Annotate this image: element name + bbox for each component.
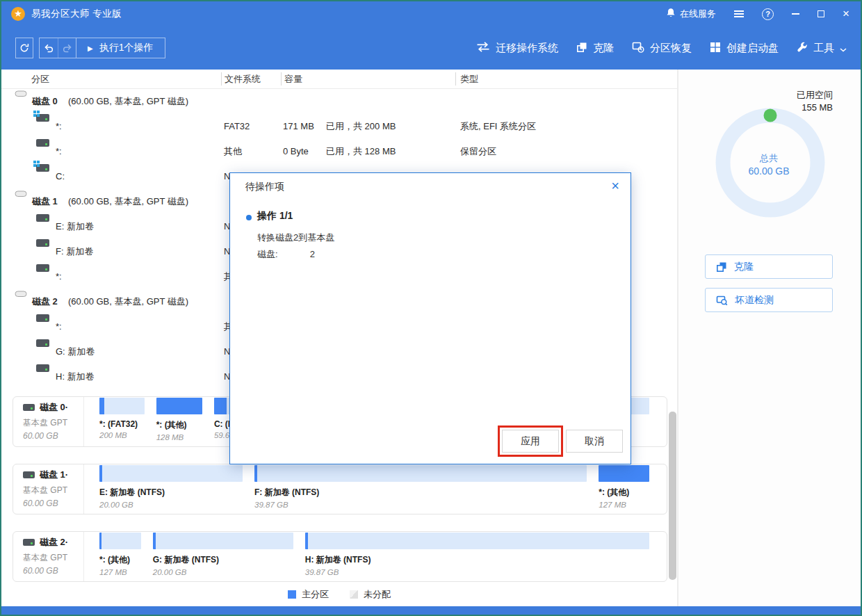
- disk-name: 磁盘 1: [32, 189, 58, 214]
- app-title: 易我分区大师 专业版: [31, 8, 122, 20]
- legend-item: 未分配: [350, 588, 391, 601]
- windows-badge-icon: [33, 161, 36, 163]
- partition-label: E: 新加卷: [56, 214, 94, 239]
- legend: 主分区 未分配: [1, 588, 677, 601]
- partition-bar-size: 39.87 GB: [254, 501, 587, 509]
- table-header: 分区 文件系统 容量 类型: [1, 70, 677, 89]
- clone-icon: [576, 42, 587, 55]
- disk-icon: [23, 404, 35, 411]
- titlebar: ★ 易我分区大师 专业版 在线服务 ? ×: [1, 1, 861, 26]
- partition-bar-size: 200 MB: [99, 431, 145, 439]
- partition-bar-label: *: (其他): [99, 554, 141, 566]
- disk-map-partition[interactable]: F: 新加卷 (NTFS) 39.87 GB: [254, 465, 587, 514]
- partition-total: 已用，共 128 MB: [326, 139, 396, 164]
- toolbar-action-3[interactable]: 创建启动盘: [710, 42, 779, 55]
- disk-map-partition[interactable]: *: (其他) 127 MB: [99, 533, 141, 581]
- partition-icon: [36, 164, 49, 172]
- tree-row-partition[interactable]: *: FAT32 171 MB 已用，共 200 MB 系统, EFI 系统分区: [1, 114, 677, 139]
- partition-bar-label: E: 新加卷 (NTFS): [99, 487, 243, 499]
- toolbar: ▶ 执行1个操作 迁移操作系统 克隆 分区恢复 创建启动盘 工具: [1, 26, 861, 70]
- online-service-button[interactable]: 在线服务: [666, 8, 716, 20]
- partition-label: *:: [56, 114, 62, 139]
- disk-detail: (60.00 GB, 基本盘, GPT 磁盘): [68, 89, 188, 114]
- vertical-scrollbar[interactable]: [669, 412, 676, 580]
- legend-swatch: [288, 590, 296, 599]
- partition-bar: [99, 533, 141, 549]
- migrate-os-icon: [476, 42, 490, 54]
- redo-button[interactable]: [58, 38, 76, 58]
- partition-bar: [599, 465, 649, 482]
- partition-icon: [36, 214, 49, 222]
- help-button[interactable]: ?: [762, 8, 774, 20]
- play-icon: ▶: [88, 44, 93, 52]
- partition-bar-size: 39.87 GB: [305, 568, 649, 576]
- toolbar-action-1[interactable]: 克隆: [576, 42, 614, 55]
- partition-bar-size: 127 MB: [99, 568, 141, 576]
- partition-filesystem: 其他: [224, 139, 242, 164]
- partition-total: 已用，共 200 MB: [326, 114, 396, 139]
- undo-icon: [44, 44, 54, 53]
- tree-row-disk[interactable]: 磁盘 0 (60.00 GB, 基本盘, GPT 磁盘): [1, 89, 677, 114]
- dialog-title: 待操作项: [245, 181, 284, 193]
- disk-map-card[interactable]: 磁盘 1· 基本盘 GPT 60.00 GB E: 新加卷 (NTFS) 20.…: [13, 464, 667, 514]
- used-space-dot: [764, 109, 777, 122]
- partition-icon: [36, 364, 49, 372]
- partition-bar: [254, 465, 587, 482]
- maximize-button[interactable]: [818, 10, 824, 17]
- chevron-down-icon: [840, 42, 847, 54]
- operation-list-button[interactable]: [734, 10, 744, 17]
- disk-map-info: 磁盘 2· 基本盘 GPT 60.00 GB: [13, 532, 84, 581]
- disk-map-partition[interactable]: *: (其他) 128 MB: [156, 398, 202, 446]
- partition-bar-label: H: 新加卷 (NTFS): [305, 554, 649, 566]
- partition-bar: [99, 465, 243, 482]
- disk-map-partition[interactable]: E: 新加卷 (NTFS) 20.00 GB: [99, 465, 243, 514]
- apply-button[interactable]: 应用: [502, 430, 559, 453]
- redo-icon: [62, 44, 72, 53]
- operation-detail: 磁盘:2: [257, 248, 315, 261]
- dialog-close-icon[interactable]: ×: [611, 177, 619, 194]
- partition-label: G: 新加卷: [56, 339, 95, 364]
- col-partition: 分区: [31, 73, 49, 86]
- partition-label: *:: [56, 314, 62, 339]
- operation-bullet: [246, 215, 252, 220]
- bad-sector-icon: [716, 295, 728, 306]
- close-icon: ×: [843, 10, 849, 18]
- operation-title: 操作 1/1: [257, 210, 293, 222]
- disk-icon: [23, 471, 35, 478]
- partition-bar: [99, 398, 145, 414]
- col-capacity: 容量: [284, 73, 302, 86]
- disk-map-partition[interactable]: *: (其他) 127 MB: [599, 465, 649, 514]
- partition-bar-size: 20.00 GB: [153, 568, 293, 576]
- disk-detail: (60.00 GB, 基本盘, GPT 磁盘): [68, 289, 188, 314]
- refresh-button[interactable]: [15, 38, 33, 58]
- partition-label: H: 新加卷: [56, 364, 95, 389]
- cancel-button[interactable]: 取消: [566, 430, 623, 453]
- minimize-button[interactable]: [792, 13, 799, 15]
- tree-row-partition[interactable]: *: 其他 0 Byte 已用，共 128 MB 保留分区: [1, 139, 677, 164]
- disk-map-info: 磁盘 1· 基本盘 GPT 60.00 GB: [13, 464, 84, 514]
- minimize-icon: [792, 13, 799, 15]
- toolbar-action-4[interactable]: 工具: [797, 42, 847, 55]
- toolbar-action-2[interactable]: 分区恢复: [632, 42, 692, 55]
- partition-bar: [156, 398, 202, 414]
- maximize-icon: [818, 10, 824, 17]
- close-button[interactable]: ×: [843, 10, 849, 18]
- operation-description: 转换磁盘2到基本盘: [257, 232, 334, 244]
- toolbar-action-0[interactable]: 迁移操作系统: [476, 42, 558, 55]
- partition-icon: [36, 239, 49, 247]
- partition-icon: [36, 314, 49, 322]
- undo-button[interactable]: [40, 38, 58, 58]
- windows-badge-icon: [33, 111, 36, 113]
- clone-button[interactable]: 克隆: [705, 254, 833, 279]
- disk-detail: (60.00 GB, 基本盘, GPT 磁盘): [68, 189, 188, 214]
- disk-map-partition[interactable]: *: (FAT32) 200 MB: [99, 398, 145, 446]
- disk-icon: [15, 89, 27, 98]
- disk-map-partition[interactable]: G: 新加卷 (NTFS) 20.00 GB: [153, 533, 293, 581]
- disk-map-card[interactable]: 磁盘 2· 基本盘 GPT 60.00 GB *: (其他) 127 MB G:…: [13, 531, 667, 582]
- bad-sector-test-button[interactable]: 坏道检测: [705, 288, 833, 312]
- partition-type: 保留分区: [460, 139, 496, 164]
- partition-bar-label: F: 新加卷 (NTFS): [254, 487, 587, 499]
- partition-icon: [36, 114, 49, 122]
- execute-operations-button[interactable]: ▶ 执行1个操作: [76, 38, 165, 58]
- disk-map-partition[interactable]: H: 新加卷 (NTFS) 39.87 GB: [305, 533, 649, 581]
